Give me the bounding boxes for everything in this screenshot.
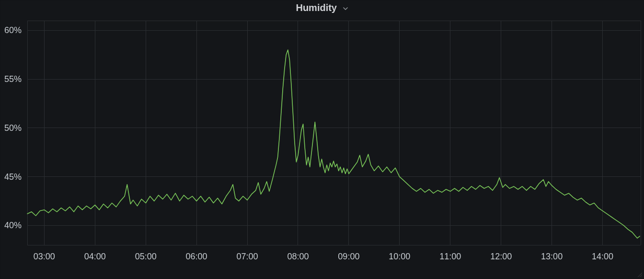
x-tick-label: 08:00	[287, 252, 309, 261]
chart-plot-area[interactable]: 40%45%50%55%60%03:0004:0005:0006:0007:00…	[0, 0, 644, 279]
x-tick-label: 12:00	[490, 252, 512, 261]
series-line	[27, 50, 640, 238]
x-tick-label: 06:00	[186, 252, 207, 261]
chart-svg: 40%45%50%55%60%03:0004:0005:0006:0007:00…	[0, 0, 644, 279]
y-tick-label: 40%	[4, 221, 22, 230]
x-tick-label: 05:00	[135, 252, 157, 261]
x-tick-label: 13:00	[541, 252, 563, 261]
x-tick-label: 03:00	[34, 252, 55, 261]
y-tick-label: 55%	[4, 74, 22, 84]
x-tick-label: 09:00	[338, 252, 359, 261]
x-tick-label: 04:00	[84, 252, 106, 261]
x-grid: 03:0004:0005:0006:0007:0008:0009:0010:00…	[34, 21, 613, 261]
y-tick-label: 45%	[4, 172, 22, 182]
y-tick-label: 50%	[4, 123, 22, 133]
x-tick-label: 14:00	[592, 252, 613, 261]
x-tick-label: 11:00	[439, 252, 461, 261]
y-grid: 40%45%50%55%60%	[4, 25, 641, 230]
x-tick-label: 07:00	[237, 252, 258, 261]
x-tick-label: 10:00	[389, 252, 410, 261]
y-tick-label: 60%	[4, 25, 22, 35]
chart-panel: Humidity 40%45%50%55%60%03:0004:0005:000…	[0, 0, 644, 279]
resize-handle-icon[interactable]	[637, 272, 643, 278]
